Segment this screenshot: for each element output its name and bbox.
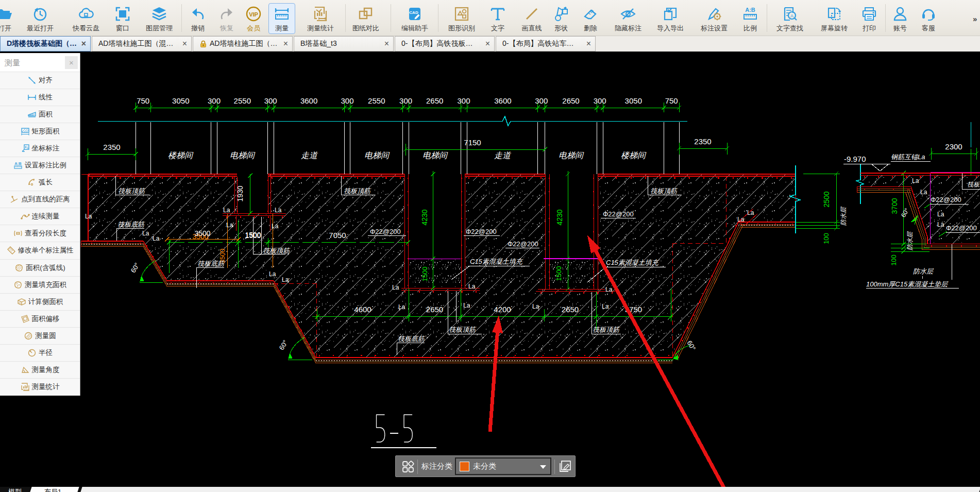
svg-text:La: La (282, 276, 289, 283)
svg-text:La: La (272, 223, 279, 230)
svg-text:4230: 4230 (555, 209, 564, 225)
svg-text:La: La (392, 284, 399, 291)
svg-text:电梯间: 电梯间 (423, 151, 448, 160)
svg-text:筏板顶筋: 筏板顶筋 (263, 247, 291, 255)
svg-text:2350: 2350 (103, 143, 120, 151)
svg-text:筏板顶筋: 筏板顶筋 (118, 187, 146, 195)
svg-text:La: La (532, 303, 539, 310)
svg-text:100: 100 (822, 233, 830, 244)
svg-text:筏板.: 筏板. (967, 181, 980, 188)
svg-text:300: 300 (457, 96, 470, 105)
svg-text:钢筋互锚La: 钢筋互锚La (891, 153, 925, 161)
svg-text:La: La (602, 303, 609, 310)
svg-text:La: La (468, 283, 476, 290)
svg-text:300: 300 (341, 96, 353, 105)
svg-text:4230: 4230 (420, 209, 429, 225)
svg-text:2650: 2650 (562, 96, 579, 105)
svg-text:100: 100 (890, 255, 898, 266)
svg-text:Φ22@200: Φ22@200 (508, 240, 538, 248)
svg-text:3600: 3600 (300, 96, 317, 105)
svg-text:300: 300 (594, 96, 606, 105)
svg-text:走道: 走道 (494, 151, 512, 160)
svg-text:筏板顶筋: 筏板顶筋 (650, 187, 678, 195)
svg-text:La: La (463, 302, 470, 309)
svg-text:走道: 走道 (301, 151, 318, 160)
svg-text:2550: 2550 (368, 96, 385, 105)
svg-text:100mm厚C15素混凝土垫层: 100mm厚C15素混凝土垫层 (866, 280, 949, 288)
svg-text:La: La (912, 177, 919, 184)
svg-text:3050: 3050 (625, 96, 642, 105)
svg-text:La: La (153, 235, 160, 242)
svg-text:2550: 2550 (234, 96, 251, 105)
svg-text:2650: 2650 (426, 305, 443, 314)
svg-text:楼梯间: 楼梯间 (621, 151, 647, 160)
svg-text:CAD: CAD (409, 10, 418, 15)
svg-text:筏板底筋: 筏板底筋 (197, 260, 225, 267)
svg-text:2650: 2650 (562, 305, 579, 314)
svg-text:300: 300 (535, 96, 548, 105)
svg-text:La: La (85, 213, 92, 220)
svg-text:La: La (920, 189, 927, 196)
svg-text:7150: 7150 (464, 138, 481, 147)
svg-text:La: La (937, 211, 944, 218)
svg-text:750: 750 (137, 96, 149, 105)
svg-text:3050: 3050 (172, 96, 189, 105)
svg-text:C15素混凝土填充: C15素混凝土填充 (470, 258, 523, 265)
svg-text:防水层: 防水层 (906, 231, 914, 250)
svg-text:La: La (398, 303, 405, 311)
svg-text:La: La (226, 222, 233, 229)
svg-text:A:B: A:B (745, 7, 755, 13)
svg-text:300: 300 (264, 96, 277, 105)
svg-text:300: 300 (208, 96, 221, 105)
svg-text:750: 750 (665, 96, 678, 105)
svg-text:筏板顶筋: 筏板顶筋 (449, 326, 477, 333)
svg-text:A: A (790, 13, 793, 19)
svg-text:防水层: 防水层 (840, 206, 847, 226)
svg-text:楼梯间: 楼梯间 (168, 151, 194, 160)
svg-text:防水层: 防水层 (913, 267, 934, 275)
svg-text:1500: 1500 (555, 266, 563, 281)
svg-text:3500: 3500 (194, 229, 210, 237)
svg-text:4200: 4200 (494, 305, 511, 314)
svg-text:300: 300 (399, 96, 412, 105)
svg-text:A:B: A:B (14, 161, 22, 166)
svg-text:1500: 1500 (421, 267, 429, 282)
svg-text:-9.970: -9.970 (844, 155, 866, 163)
svg-text:La: La (142, 230, 149, 237)
svg-text:1500: 1500 (245, 231, 261, 239)
svg-text:Φ22@200: Φ22@200 (466, 228, 497, 235)
svg-text:La: La (223, 207, 230, 214)
svg-text:4600: 4600 (354, 305, 371, 314)
svg-text:3700: 3700 (890, 198, 899, 214)
svg-text:La: La (275, 207, 282, 214)
svg-text:VIP: VIP (249, 11, 258, 18)
svg-text:La: La (747, 209, 754, 216)
svg-text:2300: 2300 (945, 142, 962, 151)
svg-text:C15素混凝土填充: C15素混凝土填充 (606, 259, 660, 266)
svg-text:Φ22@200: Φ22@200 (603, 210, 634, 218)
svg-text:1930: 1930 (236, 185, 244, 201)
svg-text:电梯间: 电梯间 (230, 151, 256, 160)
svg-text:7050: 7050 (329, 231, 346, 240)
svg-text:La: La (937, 221, 944, 228)
svg-text:La: La (605, 286, 613, 293)
svg-text:La: La (737, 216, 745, 223)
svg-text:筏板底筋: 筏板底筋 (117, 220, 145, 228)
svg-text:2650: 2650 (426, 96, 443, 105)
svg-text:2350: 2350 (694, 137, 711, 146)
svg-text:筏板顶筋: 筏板顶筋 (344, 187, 371, 195)
svg-text:电梯间: 电梯间 (559, 151, 584, 160)
svg-text:电梯间: 电梯间 (364, 151, 390, 160)
svg-text:筏板底筋: 筏板底筋 (398, 335, 426, 343)
svg-text:Φ22@200: Φ22@200 (931, 196, 961, 203)
svg-text:筏板顶筋: 筏板顶筋 (593, 326, 620, 333)
svg-text:Φ22@200: Φ22@200 (370, 228, 401, 235)
svg-text:La: La (269, 270, 276, 278)
svg-text:Φ22@200: Φ22@200 (946, 224, 977, 232)
svg-text:3600: 3600 (494, 96, 511, 105)
svg-text:2500: 2500 (822, 191, 831, 207)
